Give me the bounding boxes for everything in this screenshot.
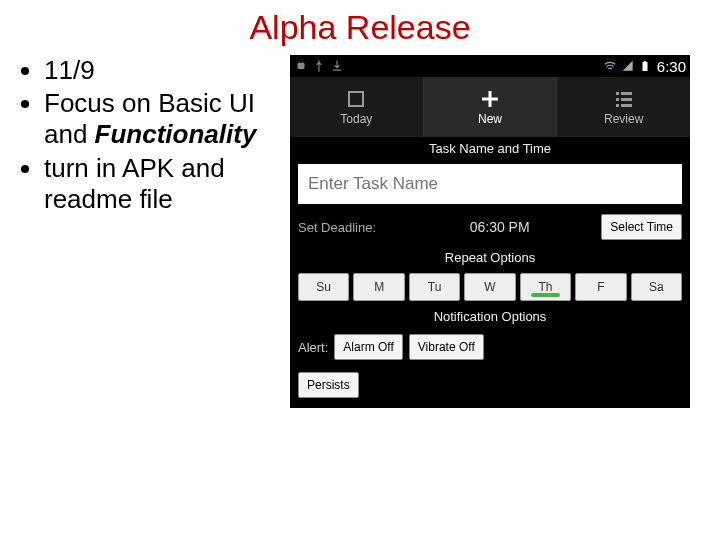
- svg-rect-8: [621, 92, 632, 95]
- wifi-icon: [603, 59, 617, 73]
- svg-rect-12: [621, 104, 632, 107]
- status-time: 6:30: [657, 58, 686, 75]
- task-input-row: [290, 160, 690, 208]
- tab-label: Today: [340, 112, 372, 126]
- tab-new[interactable]: New: [424, 77, 558, 137]
- svg-rect-9: [616, 98, 619, 101]
- android-icon: [294, 59, 308, 73]
- status-right: 6:30: [603, 58, 686, 75]
- alert-label: Alert:: [298, 340, 328, 355]
- battery-icon: [639, 59, 653, 73]
- day-su[interactable]: Su: [298, 273, 349, 301]
- svg-point-2: [302, 61, 303, 62]
- select-time-button[interactable]: Select Time: [601, 214, 682, 240]
- day-f[interactable]: F: [575, 273, 626, 301]
- deadline-time-value: 06:30 PM: [406, 219, 593, 235]
- svg-rect-0: [298, 63, 305, 69]
- bullet-item: Focus on Basic UI and Functionality: [44, 88, 290, 150]
- content-row: 11/9 Focus on Basic UI and Functionality…: [0, 47, 720, 408]
- bullet-list: 11/9 Focus on Basic UI and Functionality…: [10, 55, 290, 217]
- day-w[interactable]: W: [464, 273, 515, 301]
- svg-rect-4: [642, 62, 647, 71]
- alarm-toggle-button[interactable]: Alarm Off: [334, 334, 402, 360]
- download-icon: [330, 59, 344, 73]
- tab-label: Review: [604, 112, 643, 126]
- tab-review[interactable]: Review: [557, 77, 690, 137]
- list-icon: [613, 88, 635, 110]
- task-name-input[interactable]: [298, 164, 682, 204]
- tab-today[interactable]: Today: [290, 77, 424, 137]
- svg-rect-3: [333, 70, 341, 71]
- phone-screenshot: 6:30 Today New: [290, 55, 690, 408]
- bullet-emphasis: Functionality: [95, 119, 257, 149]
- deadline-label: Set Deadline:: [298, 220, 398, 235]
- bullet-item: turn in APK and readme file: [44, 153, 290, 215]
- android-status-bar: 6:30: [290, 55, 690, 77]
- svg-rect-7: [616, 92, 619, 95]
- plus-icon: [479, 88, 501, 110]
- section-notification: Notification Options: [290, 305, 690, 328]
- svg-rect-6: [349, 92, 363, 106]
- signal-icon: [621, 59, 635, 73]
- alert-row: Alert: Alarm Off Vibrate Off: [290, 328, 690, 366]
- usb-icon: [312, 59, 326, 73]
- slide: Alpha Release 11/9 Focus on Basic UI and…: [0, 0, 720, 540]
- tab-label: New: [478, 112, 502, 126]
- day-sa[interactable]: Sa: [631, 273, 682, 301]
- tab-bar: Today New Review: [290, 77, 690, 137]
- square-icon: [345, 88, 367, 110]
- deadline-row: Set Deadline: 06:30 PM Select Time: [290, 208, 690, 246]
- bullet-item: 11/9: [44, 55, 290, 86]
- days-row: Su M Tu W Th F Sa: [290, 269, 690, 305]
- svg-rect-5: [644, 61, 646, 62]
- day-th[interactable]: Th: [520, 273, 571, 301]
- persists-button[interactable]: Persists: [298, 372, 359, 398]
- day-m[interactable]: M: [353, 273, 404, 301]
- section-task-name: Task Name and Time: [290, 137, 690, 160]
- day-tu[interactable]: Tu: [409, 273, 460, 301]
- persists-row: Persists: [290, 366, 690, 408]
- vibrate-toggle-button[interactable]: Vibrate Off: [409, 334, 484, 360]
- svg-rect-11: [616, 104, 619, 107]
- slide-title: Alpha Release: [0, 0, 720, 47]
- svg-point-1: [299, 61, 300, 62]
- section-repeat: Repeat Options: [290, 246, 690, 269]
- svg-rect-10: [621, 98, 632, 101]
- status-left: [294, 59, 344, 73]
